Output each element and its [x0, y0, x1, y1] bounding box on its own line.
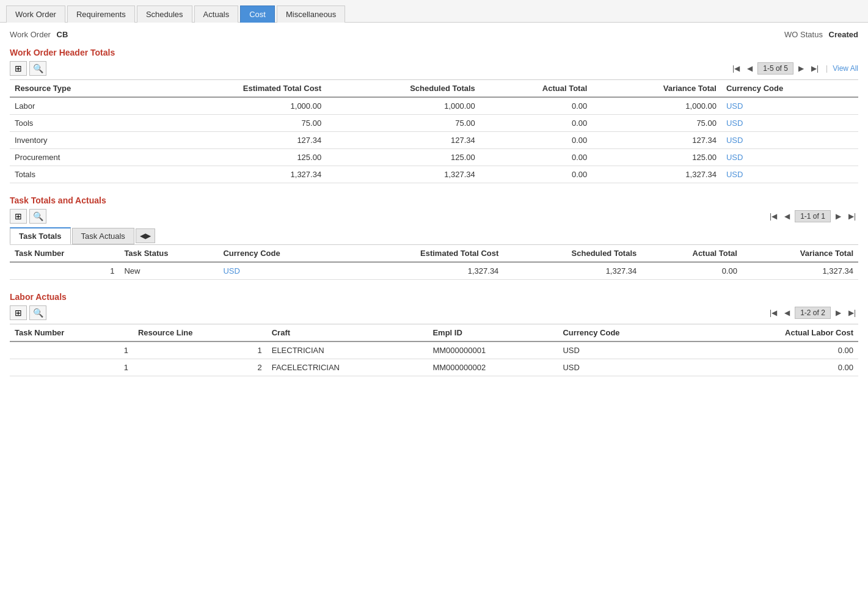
labor-table-header-row: Task Number Resource Line Craft Empl ID … [10, 324, 858, 342]
currency-cell[interactable]: USD [721, 166, 858, 183]
col-actual-labor-cost: Actual Labor Cost [696, 324, 858, 342]
resource-line-cell: 1 [133, 341, 267, 359]
col-task-actual: Actual Total [641, 245, 742, 263]
first-page-btn-3[interactable]: |◀ [767, 307, 779, 318]
last-page-btn-3[interactable]: ▶| [846, 307, 858, 318]
wo-status-value: Created [829, 30, 858, 39]
labor-task-number-cell: 1 [10, 341, 133, 359]
last-page-btn-1[interactable]: ▶| [809, 63, 821, 74]
pager-display-2: 1-1 of 1 [795, 210, 831, 222]
actual-labor-cost-cell: 0.00 [696, 341, 858, 359]
resource-line-cell: 2 [133, 359, 267, 376]
variance-cell: 1,327.34 [592, 166, 721, 183]
first-page-btn-2[interactable]: |◀ [767, 211, 779, 222]
variance-cell: 75.00 [592, 115, 721, 132]
resource-type-cell: Totals [10, 166, 145, 183]
search-icon-btn-1[interactable]: 🔍 [29, 61, 46, 76]
table-row: 1 New USD 1,327.34 1,327.34 0.00 1,327.3… [10, 262, 858, 280]
tab-schedules[interactable]: Schedules [137, 5, 192, 23]
grid-icon-btn-2[interactable]: ⊞ [10, 209, 27, 224]
tab-task-actuals[interactable]: Task Actuals [72, 228, 134, 244]
next-page-btn-1[interactable]: ▶ [796, 63, 806, 74]
scheduled-cell: 1,000.00 [326, 97, 480, 115]
resource-type-cell: Inventory [10, 132, 145, 149]
labor-actuals-section: Labor Actuals ⊞ 🔍 |◀ ◀ 1-2 of 2 ▶ ▶| Tas… [10, 292, 858, 376]
actual-cell: 0.00 [480, 149, 592, 166]
col-craft: Craft [267, 324, 428, 342]
labor-currency-cell: USD [558, 341, 696, 359]
table-header-row-1: Resource Type Estimated Total Cost Sched… [10, 80, 858, 98]
prev-page-btn-2[interactable]: ◀ [782, 211, 792, 222]
toolbar-left: ⊞ 🔍 [10, 61, 46, 76]
wo-status-label: WO Status [784, 30, 823, 39]
actual-labor-cost-cell: 0.00 [696, 359, 858, 376]
toolbar-right-3: |◀ ◀ 1-2 of 2 ▶ ▶| [767, 307, 858, 319]
empl-id-cell: MM000000002 [428, 359, 558, 376]
tab-work-order[interactable]: Work Order [6, 5, 65, 23]
variance-cell: 125.00 [592, 149, 721, 166]
table-row: Procurement 125.00 125.00 0.00 125.00 US… [10, 149, 858, 166]
prev-page-btn-1[interactable]: ◀ [745, 63, 755, 74]
col-task-currency-code: Currency Code [218, 245, 341, 263]
craft-cell: ELECTRICIAN [267, 341, 428, 359]
tab-actuals[interactable]: Actuals [194, 5, 239, 23]
estimated-cell: 127.34 [145, 132, 326, 149]
col-labor-currency-code: Currency Code [558, 324, 696, 342]
grid-icon-btn-3[interactable]: ⊞ [10, 305, 27, 320]
currency-cell[interactable]: USD [721, 97, 858, 115]
table-row: Inventory 127.34 127.34 0.00 127.34 USD [10, 132, 858, 149]
table-row: Totals 1,327.34 1,327.34 0.00 1,327.34 U… [10, 166, 858, 183]
estimated-cell: 75.00 [145, 115, 326, 132]
work-order-label: Work Order [10, 30, 51, 39]
task-totals-table: Task Number Task Status Currency Code Es… [10, 244, 858, 280]
next-page-btn-3[interactable]: ▶ [833, 307, 844, 318]
task-actual-cell: 0.00 [641, 262, 742, 280]
table-row: Tools 75.00 75.00 0.00 75.00 USD [10, 115, 858, 132]
task-totals-toolbar: ⊞ 🔍 |◀ ◀ 1-1 of 1 ▶ ▶| [10, 209, 858, 224]
labor-actuals-title: Labor Actuals [10, 292, 858, 302]
last-page-btn-2[interactable]: ▶| [846, 211, 858, 222]
expand-icon-btn[interactable]: ◀▶ [136, 228, 155, 243]
col-estimated-total-cost: Estimated Total Cost [145, 80, 326, 98]
resource-type-cell: Labor [10, 97, 145, 115]
table-row: Labor 1,000.00 1,000.00 0.00 1,000.00 US… [10, 97, 858, 115]
tab-requirements[interactable]: Requirements [67, 5, 135, 23]
task-number-cell: 1 [10, 262, 119, 280]
variance-cell: 1,000.00 [592, 97, 721, 115]
table-row: 1 2 FACELECTRICIAN MM000000002 USD 0.00 [10, 359, 858, 376]
col-variance-total: Variance Total [592, 80, 721, 98]
labor-actuals-toolbar: ⊞ 🔍 |◀ ◀ 1-2 of 2 ▶ ▶| [10, 305, 858, 320]
wo-status-info: WO Status Created [784, 30, 858, 39]
next-page-btn-2[interactable]: ▶ [833, 211, 844, 222]
tab-task-totals[interactable]: Task Totals [10, 227, 71, 244]
search-icon-btn-3[interactable]: 🔍 [29, 305, 46, 320]
currency-cell[interactable]: USD [721, 132, 858, 149]
task-totals-actuals-title: Task Totals and Actuals [10, 195, 858, 205]
prev-page-btn-3[interactable]: ◀ [782, 307, 792, 318]
search-icon-btn-2[interactable]: 🔍 [29, 209, 46, 224]
col-task-number: Task Number [10, 245, 119, 263]
toolbar-right-1: |◀ ◀ 1-5 of 5 ▶ ▶| | View All [730, 62, 858, 75]
tab-miscellaneous[interactable]: Miscellaneous [277, 5, 345, 23]
tab-cost[interactable]: Cost [240, 5, 275, 23]
first-page-btn-1[interactable]: |◀ [730, 63, 742, 74]
grid-icon-btn-1[interactable]: ⊞ [10, 61, 27, 76]
task-table-header-row: Task Number Task Status Currency Code Es… [10, 245, 858, 263]
view-all-link-1[interactable]: View All [833, 64, 858, 73]
currency-cell[interactable]: USD [721, 115, 858, 132]
toolbar-left-3: ⊞ 🔍 [10, 305, 46, 320]
work-order-info: Work Order CB [10, 30, 68, 39]
resource-type-cell: Procurement [10, 149, 145, 166]
main-content: Work Order CB WO Status Created Work Ord… [0, 23, 868, 396]
header-info: Work Order CB WO Status Created [10, 30, 858, 39]
labor-actuals-table: Task Number Resource Line Craft Empl ID … [10, 324, 858, 376]
currency-cell[interactable]: USD [721, 149, 858, 166]
estimated-cell: 1,327.34 [145, 166, 326, 183]
task-estimated-cell: 1,327.34 [341, 262, 504, 280]
estimated-cell: 1,000.00 [145, 97, 326, 115]
scheduled-cell: 75.00 [326, 115, 480, 132]
col-resource-line: Resource Line [133, 324, 267, 342]
toolbar-left-2: ⊞ 🔍 [10, 209, 46, 224]
task-currency-cell[interactable]: USD [218, 262, 341, 280]
work-order-value: CB [57, 30, 68, 39]
